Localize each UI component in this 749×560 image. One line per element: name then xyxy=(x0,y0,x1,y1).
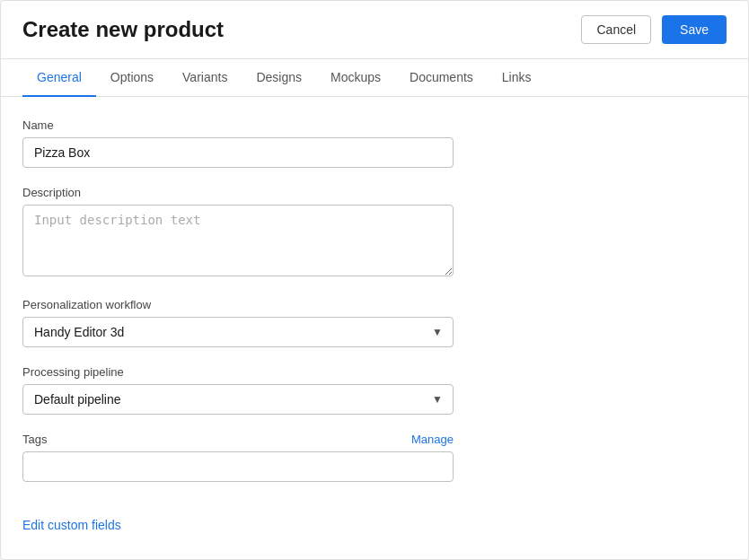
tab-general[interactable]: General xyxy=(22,59,96,97)
tabs-bar: General Options Variants Designs Mockups… xyxy=(1,59,748,97)
tags-row: Tags Manage xyxy=(22,433,454,446)
tags-manage-link[interactable]: Manage xyxy=(411,433,454,446)
processing-field-group: Processing pipeline Default pipeline Oth… xyxy=(22,365,727,415)
name-field-group: Name xyxy=(22,118,727,168)
name-label: Name xyxy=(22,118,727,132)
processing-label: Processing pipeline xyxy=(22,365,727,379)
personalization-select-wrapper: Handy Editor 3d Other ▼ xyxy=(22,317,454,347)
description-input[interactable] xyxy=(22,205,454,276)
tags-input[interactable] xyxy=(22,451,454,482)
personalization-field-group: Personalization workflow Handy Editor 3d… xyxy=(22,298,727,347)
header: Create new product Cancel Save xyxy=(1,1,748,59)
tab-documents[interactable]: Documents xyxy=(395,59,488,97)
processing-select-wrapper: Default pipeline Other ▼ xyxy=(22,384,454,415)
personalization-select[interactable]: Handy Editor 3d Other xyxy=(22,317,454,347)
header-actions: Cancel Save xyxy=(581,15,727,44)
processing-select[interactable]: Default pipeline Other xyxy=(22,384,454,415)
description-field-group: Description xyxy=(22,186,727,280)
tags-field-group: Tags Manage xyxy=(22,433,727,482)
page-title: Create new product xyxy=(22,17,224,42)
tab-links[interactable]: Links xyxy=(488,59,546,97)
cancel-button[interactable]: Cancel xyxy=(581,15,651,44)
tab-options[interactable]: Options xyxy=(96,59,168,97)
form-content: Name Description Personalization workflo… xyxy=(1,97,748,559)
tab-designs[interactable]: Designs xyxy=(242,59,316,97)
tab-variants[interactable]: Variants xyxy=(168,59,242,97)
page-container: Create new product Cancel Save General O… xyxy=(0,0,749,560)
edit-custom-fields-link[interactable]: Edit custom fields xyxy=(22,518,121,532)
name-input[interactable] xyxy=(22,137,454,168)
tags-label: Tags xyxy=(22,433,47,446)
tab-mockups[interactable]: Mockups xyxy=(316,59,395,97)
save-button[interactable]: Save xyxy=(662,15,727,44)
description-label: Description xyxy=(22,186,727,199)
personalization-label: Personalization workflow xyxy=(22,298,727,311)
